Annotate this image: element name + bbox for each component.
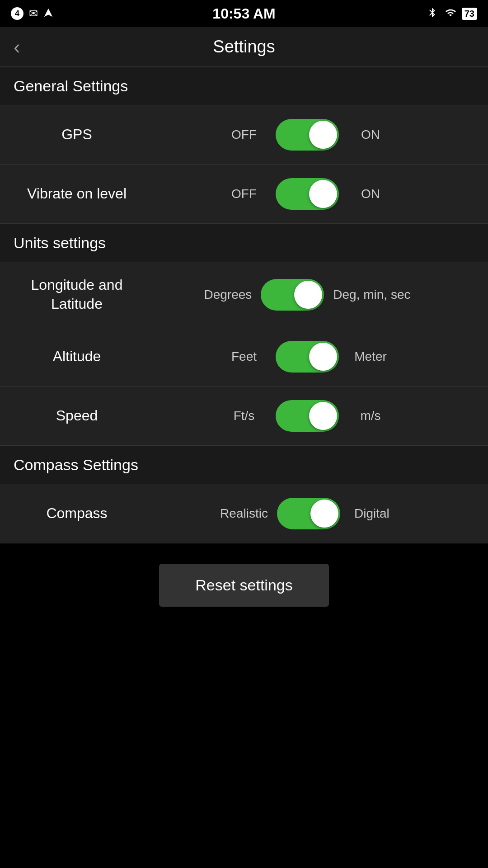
speed-toggle-container: Ft/s m/s: [140, 400, 474, 432]
back-button[interactable]: ‹: [14, 37, 20, 57]
battery-icon: 73: [462, 8, 477, 20]
header: ‹ Settings: [0, 27, 488, 67]
settings-row-speed: Speed Ft/s m/s: [0, 387, 488, 446]
page-title: Settings: [213, 37, 275, 57]
navigation-icon: [43, 8, 53, 19]
speed-label: Speed: [14, 406, 140, 425]
altitude-toggle-knob: [309, 343, 337, 371]
bottom-area: Reset settings: [0, 543, 488, 634]
speed-ms-label: m/s: [348, 409, 393, 423]
settings-row-compass: Compass Realistic Digital: [0, 484, 488, 543]
gps-toggle-container: OFF ON: [140, 119, 474, 151]
gps-on-label: ON: [348, 127, 393, 142]
longlat-toggle-container: Degrees Deg, min, sec: [140, 279, 474, 311]
section-header-units: Units settings: [0, 224, 488, 262]
status-left: 4 ✉: [11, 7, 53, 20]
altitude-meter-label: Meter: [348, 349, 393, 364]
section-heading-general: General Settings: [14, 77, 128, 94]
vibrate-label: Vibrate on level: [14, 184, 140, 203]
mail-icon: ✉: [29, 7, 38, 20]
compass-digital-label: Digital: [349, 506, 394, 521]
compass-toggle[interactable]: [277, 498, 340, 529]
vibrate-toggle-container: OFF ON: [140, 178, 474, 210]
bluetooth-icon: [426, 7, 439, 20]
longlat-label: Longitude and Latitude: [14, 276, 140, 313]
altitude-toggle-container: Feet Meter: [140, 341, 474, 373]
vibrate-toggle-knob: [309, 180, 337, 208]
compass-label: Compass: [14, 504, 140, 523]
gps-label: GPS: [14, 125, 140, 144]
reset-settings-button[interactable]: Reset settings: [159, 564, 328, 607]
status-bar: 4 ✉ 10:53 AM 73: [0, 0, 488, 27]
section-heading-compass: Compass Settings: [14, 456, 138, 473]
vibrate-off-label: OFF: [221, 187, 267, 201]
altitude-label: Altitude: [14, 347, 140, 366]
section-heading-units: Units settings: [14, 234, 106, 251]
section-header-compass: Compass Settings: [0, 446, 488, 484]
speed-toggle-knob: [309, 402, 337, 430]
longlat-degminsec-label: Deg, min, sec: [333, 288, 410, 302]
altitude-feet-label: Feet: [221, 349, 267, 364]
longlat-toggle[interactable]: [261, 279, 324, 311]
status-right: 73: [426, 7, 477, 20]
vibrate-on-label: ON: [348, 187, 393, 201]
compass-toggle-container: Realistic Digital: [140, 498, 474, 529]
compass-toggle-knob: [310, 500, 338, 528]
status-time: 10:53 AM: [212, 5, 275, 22]
gps-toggle-knob: [309, 121, 337, 149]
settings-row-altitude: Altitude Feet Meter: [0, 327, 488, 387]
settings-row-gps: GPS OFF ON: [0, 105, 488, 165]
longlat-degrees-label: Degrees: [204, 288, 252, 302]
vibrate-toggle[interactable]: [276, 178, 339, 210]
speed-toggle[interactable]: [276, 400, 339, 432]
altitude-toggle[interactable]: [276, 341, 339, 373]
compass-realistic-label: Realistic: [220, 506, 268, 521]
longlat-toggle-knob: [294, 281, 322, 309]
gps-off-label: OFF: [221, 127, 267, 142]
wifi-icon: [444, 7, 457, 20]
speed-fts-label: Ft/s: [221, 409, 267, 423]
gps-toggle[interactable]: [276, 119, 339, 151]
settings-row-vibrate: Vibrate on level OFF ON: [0, 165, 488, 224]
section-header-general: General Settings: [0, 67, 488, 105]
settings-row-longlat: Longitude and Latitude Degrees Deg, min,…: [0, 262, 488, 327]
notification-count: 4: [11, 7, 23, 20]
